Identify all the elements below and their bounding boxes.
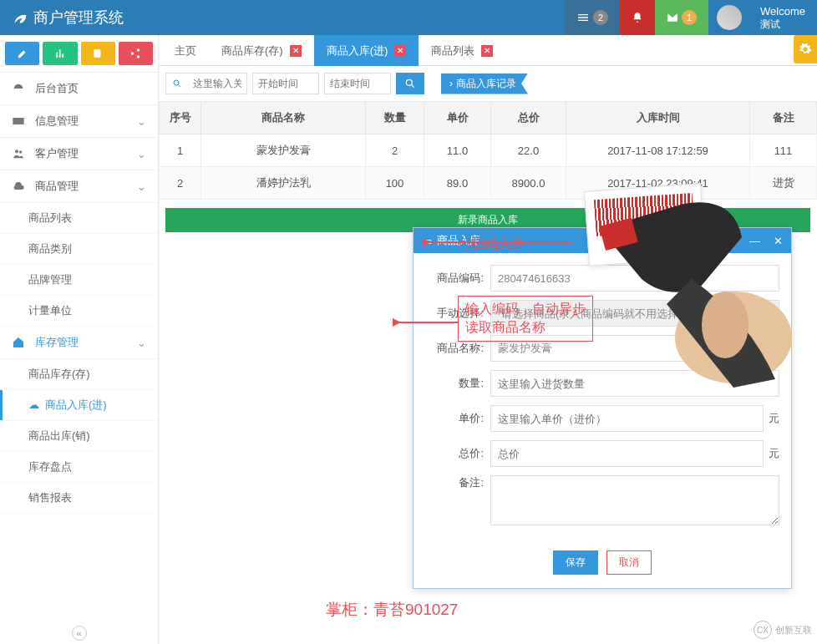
welcome-text: Welcome [760,5,805,18]
keyword-input[interactable] [188,74,246,94]
tab-home[interactable]: 主页 [162,35,209,66]
notif-count-badge: 2 [593,10,608,25]
col-total: 总价 [491,102,566,134]
submenu-unit[interactable]: 计量单位 [0,296,158,327]
submenu-sales-report[interactable]: 销售报表 [0,483,158,514]
col-idx: 序号 [160,102,201,134]
collapse-icon: « [72,626,87,641]
goods-submenu: 商品列表 商品类别 品牌管理 计量单位 [0,203,158,327]
window-icon: ▭ [422,235,432,247]
label-select: 手动选择: [425,306,490,321]
sidebar-item-info[interactable]: 信息管理 ⌄ [0,105,158,138]
app-logo: 商户管理系统 [0,8,135,28]
input-total[interactable] [490,440,764,467]
sidebar-item-home[interactable]: 后台首页 [0,73,158,105]
close-icon[interactable]: ✕ [481,45,493,57]
settings-float-btn[interactable] [794,35,817,63]
stock-in-modal: ▭ 商品入库 — ✕ 商品编码: 手动选择:请选择商品(录入商品编码就不用选择了… [413,227,792,589]
submenu-stock-check[interactable]: 库存盘点 [0,452,158,483]
submenu-goods-list[interactable]: 商品列表 [0,203,158,234]
input-qty[interactable] [490,370,779,397]
side-tool-edit[interactable] [5,42,39,65]
keyword-search [165,73,247,94]
modal-title-text: 商品入库 [437,233,480,248]
side-tool-share[interactable] [119,42,153,65]
submenu-brand[interactable]: 品牌管理 [0,265,158,296]
input-name[interactable] [490,335,779,362]
label-name: 商品名称: [425,341,490,356]
search-icon [166,79,188,89]
header-mail-btn[interactable]: 1 [655,0,708,35]
watermark: CX创新互联 [754,621,812,639]
close-icon[interactable]: ✕ [290,45,302,57]
stock-in-table: 序号 商品名称 数量 单价 总价 入库时间 备注 1 蒙发护发膏 2 11.0 … [159,101,817,200]
sidebar-collapse-btn[interactable]: « [0,622,158,644]
cloud-icon [12,180,25,193]
record-tag: ›商品入库记录 [441,74,528,94]
label-price: 单价: [425,411,490,426]
sidebar-item-customer[interactable]: 客户管理 ⌄ [0,138,158,170]
welcome-block: Welcome 测试 [757,5,817,30]
username-text: 测试 [760,18,805,30]
start-date-input[interactable] [252,73,319,94]
select-goods[interactable]: 请选择商品(录入商品编码就不用选择了) [490,300,779,327]
mail-count-badge: 1 [682,10,697,25]
cancel-button[interactable]: 取消 [606,550,652,575]
gear-icon [799,43,812,56]
chevron-down-icon: ⌄ [137,180,146,193]
header-user-area[interactable] [708,0,757,35]
tab-bar: 主页 商品库存(存)✕ 商品入库(进)✕ 商品列表✕ [159,35,817,66]
label-code: 商品编码: [425,271,490,286]
chevron-down-icon: ⌄ [137,337,146,349]
svg-point-2 [174,80,179,85]
submenu-stock-store[interactable]: 商品库存(存) [0,359,158,390]
submenu-goods-cat[interactable]: 商品类别 [0,234,158,265]
col-price: 单价 [424,102,491,134]
label-remark: 备注: [425,475,490,490]
minimize-icon[interactable]: — [749,235,760,247]
side-tool-book[interactable] [81,42,115,65]
barcode-sample: 280474616633 [584,183,706,266]
search-icon [404,78,416,89]
mail-icon [667,12,678,23]
avatar [717,5,742,30]
bell-icon [632,12,643,23]
chevron-down-icon: ⌄ [137,115,146,128]
table-row[interactable]: 1 蒙发护发膏 2 11.0 22.0 2017-11-08 17:12:59 … [160,134,817,167]
header-notif-btn[interactable]: 2 [565,0,620,35]
toolbar: ›商品入库记录 [159,66,817,101]
chevron-down-icon: ⌄ [137,148,146,160]
users-icon [12,147,25,160]
submenu-stock-out[interactable]: 商品出库(销) [0,421,158,452]
input-remark[interactable] [490,475,779,525]
close-icon[interactable]: ✕ [774,235,783,247]
col-time: 入库时间 [566,102,750,134]
stock-submenu: 商品库存(存) ☁商品入库(进) 商品出库(销) 库存盘点 销售报表 [0,359,158,514]
label-total: 总价: [425,446,490,461]
side-tool-chart[interactable] [43,42,77,65]
table-row[interactable]: 2 潘婷护法乳 100 89.0 8900.0 2017-11-02 23:09… [160,167,817,200]
leaf-icon [12,10,27,25]
home-icon [12,336,25,349]
tab-goods-list[interactable]: 商品列表✕ [419,35,505,66]
close-icon[interactable]: ✕ [394,45,406,57]
sidebar-item-stock[interactable]: 库存管理 ⌄ [0,327,158,359]
col-name: 商品名称 [201,102,366,134]
tab-stock-store[interactable]: 商品库存(存)✕ [209,35,314,66]
sidebar-item-goods[interactable]: 商品管理 ⌄ [0,170,158,203]
side-menu: 后台首页 信息管理 ⌄ 客户管理 ⌄ 商品管理 ⌄ 商品列表 商品类别 品牌管理 [0,73,158,622]
submenu-stock-in[interactable]: ☁商品入库(进) [0,390,158,421]
header-alert-btn[interactable] [620,0,655,35]
input-code[interactable] [490,265,779,292]
save-button[interactable]: 保存 [553,550,598,575]
end-date-input[interactable] [324,73,391,94]
search-button[interactable] [396,73,424,94]
sidebar: 后台首页 信息管理 ⌄ 客户管理 ⌄ 商品管理 ⌄ 商品列表 商品类别 品牌管理 [0,35,159,644]
list-icon [576,11,590,24]
side-toolbar [0,35,158,73]
svg-point-1 [19,150,22,153]
col-qty: 数量 [366,102,424,134]
footer-author: 掌柜：青苔901027 [326,599,458,621]
tab-stock-in[interactable]: 商品入库(进)✕ [314,35,419,66]
input-price[interactable] [490,405,764,432]
